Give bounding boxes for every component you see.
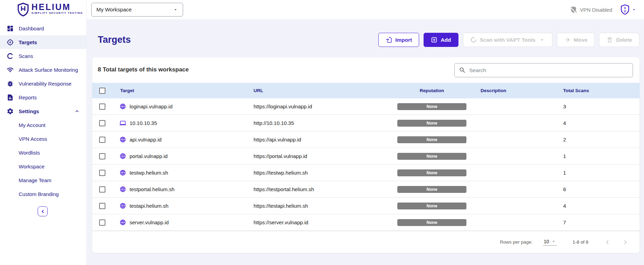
brand-name: HELIUM xyxy=(31,3,83,11)
globe-icon xyxy=(120,103,126,110)
globe-icon xyxy=(120,153,126,159)
target-icon xyxy=(7,39,14,46)
total-scans-value: 3 xyxy=(563,104,640,109)
sidebar-subitem-label: My Account xyxy=(19,122,46,128)
table-row[interactable]: api.vulnapp.id https://api.vulnapp.id No… xyxy=(92,131,640,148)
target-name: server.vulnapp.id xyxy=(130,219,169,225)
search-icon xyxy=(459,67,466,74)
select-all-checkbox[interactable] xyxy=(99,88,105,94)
row-checkbox[interactable] xyxy=(99,104,105,110)
pagination-bar: Rows per page: 10 1-8 of 8 xyxy=(92,231,640,253)
reputation-badge: None xyxy=(397,120,466,127)
total-scans-value: 7 xyxy=(563,219,640,225)
add-button[interactable]: Add xyxy=(424,33,458,47)
account-menu[interactable] xyxy=(621,4,636,15)
workspace-selector[interactable]: My Workspace xyxy=(91,3,183,17)
target-url: https://testportal.helium.sh xyxy=(247,186,394,192)
sidebar-item-manage-team[interactable]: Manage Team xyxy=(0,173,86,187)
column-header-reputation[interactable]: Reputation xyxy=(394,88,470,93)
table-row[interactable]: testapi.helium.sh https://testapi.helium… xyxy=(92,198,640,214)
sidebar-item-vulnerability-response[interactable]: Vulnerability Response xyxy=(0,77,86,90)
sidebar-nav: Dashboard Targets Scans Attack Surface M… xyxy=(0,21,86,201)
sidebar-item-attack-surface-monitoring[interactable]: Attack Surface Monitoring xyxy=(0,63,86,77)
pagination-range: 1-8 of 8 xyxy=(572,239,588,245)
reputation-badge: None xyxy=(397,153,466,160)
column-header-target[interactable]: Target xyxy=(114,88,247,93)
scan-with-vapt-tools-button[interactable]: Scan with VAPT Tools xyxy=(463,33,552,47)
trash-icon xyxy=(606,37,613,43)
helium-logo[interactable]: HELIUM SIMPLIFY SECURITY TESTING xyxy=(17,3,83,17)
import-button[interactable]: Import xyxy=(378,33,419,47)
target-url: https://loginapi.vulnapp.id xyxy=(247,104,394,109)
row-checkbox[interactable] xyxy=(99,137,105,143)
total-scans-value: 6 xyxy=(563,186,640,192)
import-icon xyxy=(386,37,392,43)
globe-icon xyxy=(120,186,126,193)
table-row[interactable]: testportal.helium.sh https://testportal.… xyxy=(92,181,640,198)
row-checkbox[interactable] xyxy=(99,186,105,193)
target-name: testwp.helium.sh xyxy=(130,170,168,176)
total-scans-value: 1 xyxy=(563,153,640,159)
reputation-badge: None xyxy=(397,136,466,143)
sidebar-item-vpn-access[interactable]: VPN Access xyxy=(0,132,86,146)
scan-icon xyxy=(7,52,14,60)
row-checkbox[interactable] xyxy=(99,203,105,209)
report-chart-icon xyxy=(7,94,14,101)
sidebar-subitem-label: VPN Access xyxy=(19,136,47,142)
target-name: 10.10.10.35 xyxy=(130,120,157,126)
chevron-right-icon xyxy=(622,239,629,246)
globe-icon xyxy=(120,136,126,143)
table-row[interactable]: testwp.helium.sh https://testwp.helium.s… xyxy=(92,165,640,181)
column-header-description[interactable]: Description xyxy=(470,88,563,93)
move-button[interactable]: Move xyxy=(557,33,595,47)
sidebar-item-label: Targets xyxy=(19,39,37,45)
scan-button-label: Scan with VAPT Tools xyxy=(480,37,536,43)
delete-button[interactable]: Delete xyxy=(599,33,640,47)
sidebar-item-scans[interactable]: Scans xyxy=(0,49,86,63)
row-checkbox[interactable] xyxy=(99,153,105,159)
scan-loader-icon xyxy=(470,37,477,43)
sidebar-item-label: Dashboard xyxy=(19,26,44,31)
column-header-total-scans[interactable]: Total Scans xyxy=(563,88,640,93)
sidebar-item-my-account[interactable]: My Account xyxy=(0,118,86,132)
sidebar-collapse-button[interactable] xyxy=(38,206,48,216)
sidebar-item-label: Vulnerability Response xyxy=(19,81,72,87)
target-url: https://testapi.helium.sh xyxy=(247,203,394,209)
sidebar-item-reports[interactable]: Reports xyxy=(0,90,86,104)
column-header-url[interactable]: URL xyxy=(247,88,394,93)
sidebar-item-wordlists[interactable]: Wordlists xyxy=(0,146,86,159)
globe-icon xyxy=(120,203,126,209)
sidebar-item-label: Scans xyxy=(19,53,33,59)
reputation-badge: None xyxy=(397,169,466,176)
wifi-icon xyxy=(7,66,14,73)
target-url: https://portal.vulnapp.id xyxy=(247,153,394,159)
reputation-badge: None xyxy=(397,203,466,209)
shield-logo-icon xyxy=(17,3,29,17)
table-row[interactable]: server.vulnapp.id https://server.vulnapp… xyxy=(92,214,640,231)
delete-button-label: Delete xyxy=(616,37,632,43)
table-row[interactable]: 10.10.10.35 http://10.10.10.35 None 4 xyxy=(92,115,640,131)
sidebar-item-settings[interactable]: Settings xyxy=(0,104,86,118)
import-button-label: Import xyxy=(395,37,412,43)
arrow-right-icon xyxy=(564,37,571,43)
sidebar-item-dashboard[interactable]: Dashboard xyxy=(0,21,86,35)
table-row[interactable]: loginapi.vulnapp.id https://loginapi.vul… xyxy=(92,98,640,115)
target-name: loginapi.vulnapp.id xyxy=(130,104,172,109)
row-checkbox[interactable] xyxy=(99,120,105,126)
sidebar-item-custom-branding[interactable]: Custom Branding xyxy=(0,187,86,201)
rows-per-page-select[interactable]: 10 xyxy=(543,239,557,246)
sidebar: HELIUM SIMPLIFY SECURITY TESTING Dashboa… xyxy=(0,0,87,265)
next-page-button[interactable] xyxy=(621,238,630,247)
table-row[interactable]: portal.vulnapp.id https://portal.vulnapp… xyxy=(92,148,640,165)
sidebar-item-targets[interactable]: Targets xyxy=(0,35,86,49)
workspace-selector-value: My Workspace xyxy=(96,7,132,13)
row-checkbox[interactable] xyxy=(99,219,105,226)
sidebar-item-workspace[interactable]: Workspace xyxy=(0,159,86,173)
search-input[interactable] xyxy=(469,67,628,73)
previous-page-button[interactable] xyxy=(603,238,612,247)
add-icon xyxy=(431,37,437,43)
sidebar-item-label: Reports xyxy=(19,95,37,100)
chevron-down-icon xyxy=(551,239,556,244)
target-url: https://server.vulnapp.id xyxy=(247,219,394,225)
row-checkbox[interactable] xyxy=(99,170,105,176)
